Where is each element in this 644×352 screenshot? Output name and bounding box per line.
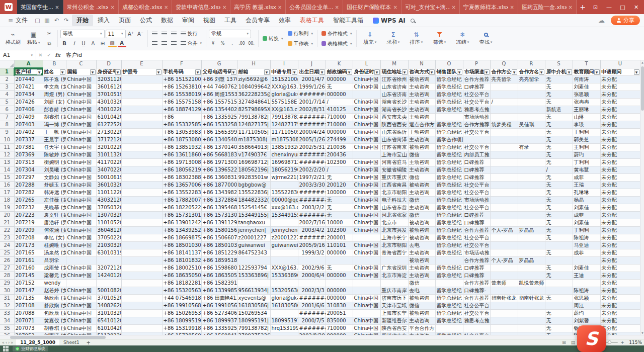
cell[interactable]: [490, 159, 518, 166]
cell[interactable]: 未分配: [600, 197, 640, 204]
cell[interactable]: China中国: [66, 302, 96, 310]
cell[interactable]: [490, 197, 518, 204]
tab-close-icon[interactable]: ×: [164, 5, 168, 10]
filter-dropdown-icon[interactable]: ▼: [319, 69, 325, 75]
menu-item[interactable]: 页面: [114, 15, 135, 26]
rows-cols-button[interactable]: 行和列▾: [286, 29, 315, 38]
cell[interactable]: 207223: [14, 212, 43, 219]
cell[interactable]: China中国: [353, 114, 380, 121]
cell[interactable]: z20001227: [270, 234, 298, 242]
cell[interactable]: [435, 325, 463, 332]
cell[interactable]: 周江: [573, 302, 600, 310]
cell[interactable]: 2005/9/16: [298, 242, 326, 249]
cell[interactable]: 825798695X: [237, 106, 270, 114]
cell[interactable]: 000000: [326, 287, 353, 295]
cell[interactable]: [518, 159, 545, 166]
cell[interactable]: 雅思考点推: [463, 106, 490, 114]
cell[interactable]: 未分配: [600, 99, 640, 106]
cell[interactable]: [121, 174, 162, 182]
header-cell[interactable]: 现住地址▼: [380, 68, 408, 76]
cell[interactable]: 社交公平台: [463, 242, 490, 249]
sheet-nav-icons[interactable]: «‹›»: [2, 340, 14, 345]
close-button[interactable]: ✕: [629, 0, 643, 14]
cell[interactable]: 口碑推荐: [463, 272, 490, 280]
cell[interactable]: 合作方推荐: [463, 76, 490, 83]
cell[interactable]: China中国: [66, 204, 96, 212]
column-header-F[interactable]: F: [162, 60, 201, 68]
cell[interactable]: China中国: [66, 287, 96, 295]
cell[interactable]: 安徽省铜陵: [380, 166, 408, 174]
scroll-down-icon[interactable]: ▼: [640, 331, 644, 335]
cell[interactable]: 207434: [14, 91, 43, 99]
cell[interactable]: China中国: [66, 325, 96, 332]
cell[interactable]: 主动咨询: [408, 136, 435, 144]
cell[interactable]: China中国: [66, 265, 96, 272]
cell[interactable]: 612725200110100019: [96, 121, 121, 129]
cell[interactable]: [121, 166, 162, 174]
cancel-entry-icon[interactable]: ✕: [36, 52, 45, 58]
cell[interactable]: 207402: [14, 129, 43, 136]
horizontal-scrollbar[interactable]: [0, 335, 644, 339]
cell[interactable]: 210036: [326, 144, 353, 151]
cell[interactable]: [298, 280, 326, 287]
column-header-U[interactable]: U: [600, 60, 640, 68]
cell[interactable]: +86 1339985047: [201, 287, 237, 295]
cell[interactable]: China中国: [66, 189, 96, 197]
cell[interactable]: 被动咨询: [408, 182, 435, 189]
taskbar-app[interactable]: 中业财管理系统: [13, 346, 48, 351]
cell[interactable]: 2003/2/2: [298, 204, 326, 212]
cell[interactable]: XX@163.c: [270, 106, 298, 114]
cell[interactable]: [490, 325, 518, 332]
cell[interactable]: 主动咨询: [408, 91, 435, 99]
cell[interactable]: China中国: [353, 325, 380, 332]
cell[interactable]: 835000: [326, 317, 353, 325]
document-tab[interactable]: 英国留学生...×: [17, 0, 63, 14]
cell[interactable]: 被动咨询: [408, 227, 435, 234]
cell[interactable]: 无: [326, 83, 353, 91]
cell[interactable]: 未分配: [600, 249, 640, 257]
column-header-C[interactable]: C: [66, 60, 96, 68]
menu-item[interactable]: 效率: [274, 15, 295, 26]
cell[interactable]: 王利利: [573, 144, 600, 151]
cell[interactable]: 370105200210270824: [96, 295, 121, 302]
filter-dropdown-icon[interactable]: ▼: [374, 69, 380, 75]
cell[interactable]: 无: [545, 129, 573, 136]
cell[interactable]: 15152100@: [270, 76, 298, 83]
cell[interactable]: 主动咨询: [408, 204, 435, 212]
cell[interactable]: 微信: [408, 280, 435, 287]
cell[interactable]: 吴晚慕 (女: [43, 204, 66, 212]
cell[interactable]: [121, 182, 162, 189]
cell[interactable]: 未分配: [600, 136, 640, 144]
cell[interactable]: +86 18753080: [162, 136, 201, 144]
cell[interactable]: 微信: [408, 174, 435, 182]
cell[interactable]: 150269534: [237, 310, 270, 317]
tab-close-icon[interactable]: ×: [393, 5, 397, 10]
cell[interactable]: 微信: [408, 197, 435, 204]
cell[interactable]: 207288: [14, 182, 43, 189]
font-size-decrease-icon[interactable]: A⁻: [136, 30, 145, 38]
cell[interactable]: +86 15319918: [162, 325, 201, 332]
filter-dropdown-icon[interactable]: ▼: [512, 69, 517, 75]
cell[interactable]: 留学总经纪: [435, 76, 463, 83]
cell[interactable]: 207426: [14, 99, 43, 106]
cell[interactable]: 新航道: [545, 106, 573, 114]
zoom-slider-knob[interactable]: [608, 340, 611, 344]
cell[interactable]: +86 1370140948: [201, 144, 237, 151]
cell[interactable]: 市场活动推: [463, 197, 490, 204]
cell[interactable]: China中国: [66, 182, 96, 189]
cut-icon[interactable]: ✂: [45, 30, 54, 38]
cell[interactable]: 杨欣雨 (女: [43, 295, 66, 302]
cell[interactable]: China中国: [353, 159, 380, 166]
row-header[interactable]: 29: [0, 280, 14, 287]
cell[interactable]: 主动咨询: [408, 265, 435, 272]
name-box[interactable]: A1▾: [0, 50, 36, 60]
font-color-icon[interactable]: A: [118, 40, 126, 47]
cell[interactable]: [121, 99, 162, 106]
cell[interactable]: xyevents@: [237, 295, 270, 302]
cell[interactable]: 梁馨元 (女: [43, 272, 66, 280]
cell[interactable]: 被动咨询: [408, 234, 435, 242]
cell[interactable]: 207313: [14, 159, 43, 166]
cell[interactable]: 无: [545, 182, 573, 189]
cell[interactable]: 王迪: [573, 272, 600, 280]
cell[interactable]: 无: [545, 249, 573, 257]
